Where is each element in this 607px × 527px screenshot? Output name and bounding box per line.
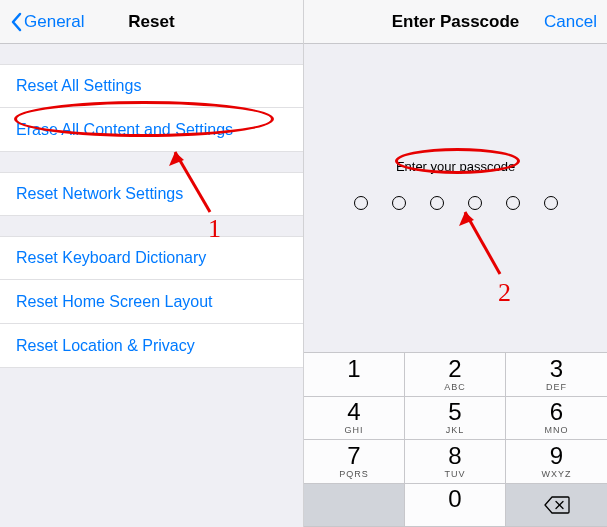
reset-network-settings[interactable]: Reset Network Settings bbox=[0, 172, 303, 216]
key-letters: ABC bbox=[444, 382, 466, 392]
key-2[interactable]: 2 ABC bbox=[405, 353, 506, 397]
navbar-left: General Reset bbox=[0, 0, 303, 44]
key-letters: MNO bbox=[545, 425, 569, 435]
page-title-right: Enter Passcode bbox=[392, 12, 520, 32]
key-8[interactable]: 8 TUV bbox=[405, 440, 506, 484]
key-digit: 8 bbox=[448, 444, 461, 468]
key-9[interactable]: 9 WXYZ bbox=[506, 440, 607, 484]
key-digit: 1 bbox=[347, 357, 360, 381]
key-3[interactable]: 3 DEF bbox=[506, 353, 607, 397]
backspace-icon bbox=[544, 496, 570, 514]
key-backspace[interactable] bbox=[506, 484, 607, 528]
passcode-dot bbox=[392, 196, 406, 210]
key-letters: JKL bbox=[446, 425, 465, 435]
list-item-label: Reset Network Settings bbox=[16, 185, 183, 203]
passcode-dot bbox=[430, 196, 444, 210]
key-7[interactable]: 7 PQRS bbox=[304, 440, 405, 484]
settings-group-2: Reset Network Settings bbox=[0, 172, 303, 216]
key-digit: 6 bbox=[550, 400, 563, 424]
reset-keyboard-dict[interactable]: Reset Keyboard Dictionary bbox=[0, 236, 303, 280]
key-1[interactable]: 1 bbox=[304, 353, 405, 397]
passcode-pane: Enter Passcode Cancel Enter your passcod… bbox=[304, 0, 607, 527]
passcode-dots bbox=[354, 196, 558, 210]
passcode-dot bbox=[544, 196, 558, 210]
chevron-left-icon bbox=[10, 12, 22, 32]
key-letters: WXYZ bbox=[542, 469, 572, 479]
key-digit: 4 bbox=[347, 400, 360, 424]
key-5[interactable]: 5 JKL bbox=[405, 397, 506, 441]
key-digit: 0 bbox=[448, 487, 461, 511]
passcode-dot bbox=[506, 196, 520, 210]
settings-group-3: Reset Keyboard Dictionary Reset Home Scr… bbox=[0, 236, 303, 368]
list-item-label: Reset Keyboard Dictionary bbox=[16, 249, 206, 267]
key-digit: 9 bbox=[550, 444, 563, 468]
key-digit: 5 bbox=[448, 400, 461, 424]
settings-group-1: Reset All Settings Erase All Content and… bbox=[0, 64, 303, 152]
passcode-prompt: Enter your passcode bbox=[396, 159, 515, 174]
key-digit: 7 bbox=[347, 444, 360, 468]
back-label: General bbox=[24, 12, 84, 32]
cancel-button[interactable]: Cancel bbox=[544, 12, 597, 32]
key-digit: 2 bbox=[448, 357, 461, 381]
key-letters: TUV bbox=[445, 469, 466, 479]
list-item-label: Reset All Settings bbox=[16, 77, 141, 95]
key-blank bbox=[304, 484, 405, 528]
key-6[interactable]: 6 MNO bbox=[506, 397, 607, 441]
key-letters: DEF bbox=[546, 382, 567, 392]
list-item-label: Erase All Content and Settings bbox=[16, 121, 233, 139]
reset-location-privacy[interactable]: Reset Location & Privacy bbox=[0, 324, 303, 368]
list-item-label: Reset Home Screen Layout bbox=[16, 293, 213, 311]
key-digit: 3 bbox=[550, 357, 563, 381]
erase-all-content[interactable]: Erase All Content and Settings bbox=[0, 108, 303, 152]
key-letters: GHI bbox=[344, 425, 363, 435]
back-button[interactable]: General bbox=[10, 12, 84, 32]
settings-pane: General Reset Reset All Settings Erase A… bbox=[0, 0, 304, 527]
navbar-right: Enter Passcode Cancel bbox=[304, 0, 607, 44]
reset-all-settings[interactable]: Reset All Settings bbox=[0, 64, 303, 108]
numeric-keypad: 1 2 ABC 3 DEF 4 GHI 5 JKL 6 MNO bbox=[304, 352, 607, 527]
reset-home-layout[interactable]: Reset Home Screen Layout bbox=[0, 280, 303, 324]
key-4[interactable]: 4 GHI bbox=[304, 397, 405, 441]
key-letters: PQRS bbox=[339, 469, 369, 479]
key-0[interactable]: 0 bbox=[405, 484, 506, 528]
list-item-label: Reset Location & Privacy bbox=[16, 337, 195, 355]
passcode-dot bbox=[354, 196, 368, 210]
passcode-dot bbox=[468, 196, 482, 210]
page-title-left: Reset bbox=[128, 12, 174, 32]
